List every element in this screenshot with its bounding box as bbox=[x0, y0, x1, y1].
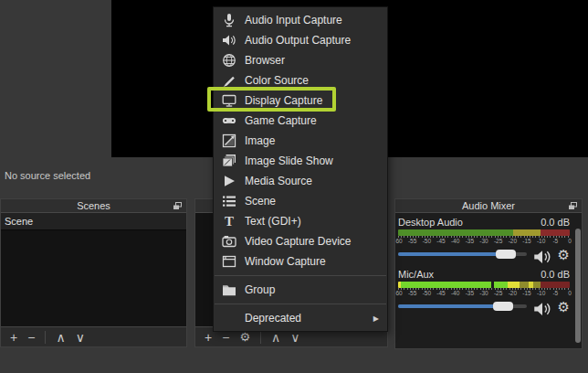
menu-item-image[interactable]: Image bbox=[214, 131, 387, 151]
globe-icon bbox=[222, 53, 236, 68]
menu-item-video-capture-device[interactable]: Video Capture Device bbox=[214, 231, 387, 251]
mixer-channel: Mic/Aux0.0 dB-60-55-50-45-40-35-30-25-20… bbox=[398, 269, 570, 314]
menu-item-audio-output-capture[interactable]: Audio Output Capture bbox=[214, 30, 387, 50]
meter-tick: -25 bbox=[494, 290, 502, 296]
menu-item-window-capture[interactable]: Window Capture bbox=[214, 251, 387, 272]
no-icon bbox=[222, 311, 236, 325]
meter-tick: -10 bbox=[537, 290, 545, 296]
mixer-channel-header: Desktop Audio0.0 dB bbox=[398, 217, 570, 228]
slider-fill bbox=[398, 252, 506, 256]
meter-tick: -5 bbox=[552, 238, 558, 244]
mic-icon bbox=[222, 13, 236, 27]
submenu-arrow-icon: ▶ bbox=[373, 314, 379, 323]
meter-tick: -15 bbox=[522, 238, 530, 244]
meter-tick: -55 bbox=[408, 238, 416, 244]
mixer-channels: Desktop Audio0.0 dB-60-55-50-45-40-35-30… bbox=[395, 213, 582, 314]
sources-move-down-button[interactable]: ∨ bbox=[290, 331, 299, 344]
menu-item-label: Image bbox=[245, 134, 275, 147]
gamepad-icon bbox=[222, 113, 236, 128]
menu-item-label: Video Capture Device bbox=[245, 235, 352, 248]
meter-tick: -60 bbox=[395, 238, 403, 244]
meter-tick: -35 bbox=[466, 290, 474, 296]
mute-toggle-speaker-icon[interactable] bbox=[533, 248, 551, 261]
meter-tick: -45 bbox=[436, 290, 445, 296]
scenes-toolbar: +−∧∨ bbox=[1, 326, 186, 346]
volume-slider[interactable] bbox=[398, 250, 527, 259]
scenes-add-button[interactable]: + bbox=[10, 331, 17, 344]
sources-remove-button[interactable]: − bbox=[222, 331, 229, 344]
play-icon bbox=[222, 174, 236, 188]
scenes-panel: Scenes Scene +−∧∨ bbox=[0, 198, 187, 347]
scene-list-icon bbox=[222, 194, 236, 208]
menu-item-audio-input-capture[interactable]: Audio Input Capture bbox=[214, 10, 387, 30]
scene-list-item[interactable]: Scene bbox=[1, 213, 186, 230]
meter-tick: -25 bbox=[494, 238, 502, 244]
source-toolbar-status: No source selected bbox=[5, 170, 90, 181]
menu-item-display-capture[interactable]: Display Capture bbox=[214, 91, 387, 111]
menu-item-media-source[interactable]: Media Source bbox=[214, 171, 387, 191]
menu-item-label: Window Capture bbox=[245, 255, 326, 268]
volume-slider[interactable] bbox=[398, 302, 527, 311]
slideshow-icon bbox=[222, 154, 236, 168]
channel-settings-gear-icon[interactable]: ⚙ bbox=[558, 248, 570, 261]
meter-tick: -5 bbox=[552, 290, 558, 296]
folder-icon bbox=[222, 282, 236, 297]
menu-item-game-capture[interactable]: Game Capture bbox=[214, 111, 387, 131]
meter-tick: -55 bbox=[408, 290, 416, 296]
scenes-move-up-button[interactable]: ∧ bbox=[56, 331, 65, 344]
audio-mixer-title: Audio Mixer bbox=[462, 200, 515, 211]
meter-tick: -15 bbox=[522, 290, 530, 296]
panel-popup-icon[interactable] bbox=[568, 201, 578, 211]
add-source-menu: Audio Input CaptureAudio Output CaptureB… bbox=[213, 6, 388, 332]
panel-popup-icon[interactable] bbox=[173, 201, 183, 211]
sources-properties-button[interactable]: ⚙ bbox=[239, 331, 250, 343]
mute-toggle-speaker-icon[interactable] bbox=[533, 300, 551, 314]
meter-tick: 0 bbox=[568, 290, 572, 296]
text-icon: T bbox=[222, 214, 236, 229]
volume-slider-row: ⚙ bbox=[398, 247, 570, 261]
channel-level-db: 0.0 dB bbox=[541, 217, 570, 228]
mixer-channel-header: Mic/Aux0.0 dB bbox=[398, 269, 570, 280]
audio-mixer-panel: Audio Mixer Desktop Audio0.0 dB-60-55-50… bbox=[394, 198, 583, 349]
sources-toolbar-divider bbox=[260, 331, 261, 344]
slider-fill bbox=[398, 304, 503, 308]
menu-item-label: Game Capture bbox=[245, 114, 317, 127]
menu-item-text-gdi[interactable]: TText (GDI+) bbox=[214, 211, 387, 231]
menu-item-color-source[interactable]: Color Source bbox=[214, 70, 387, 91]
meter-tick: -20 bbox=[509, 238, 517, 244]
menu-item-browser[interactable]: Browser bbox=[214, 50, 387, 70]
meter-tick-labels: -60-55-50-45-40-35-30-25-20-15-10-50 bbox=[398, 236, 570, 245]
volume-meter bbox=[398, 229, 570, 236]
channel-name: Mic/Aux bbox=[398, 269, 434, 280]
speaker-icon bbox=[222, 33, 236, 48]
menu-item-label: Browser bbox=[245, 54, 285, 67]
channel-settings-gear-icon[interactable]: ⚙ bbox=[558, 300, 570, 314]
meter-tick: -60 bbox=[395, 290, 403, 296]
slider-handle[interactable] bbox=[496, 250, 516, 259]
channel-name: Desktop Audio bbox=[398, 217, 463, 228]
channel-level-db: 0.0 dB bbox=[541, 269, 570, 280]
menu-item-label: Display Capture bbox=[245, 94, 322, 107]
meter-tick: -50 bbox=[423, 238, 431, 244]
meter-tick: -45 bbox=[436, 238, 445, 244]
menu-item-scene[interactable]: Scene bbox=[214, 191, 387, 211]
menu-item-label: Group bbox=[245, 283, 275, 296]
meter-tick: -30 bbox=[479, 290, 488, 296]
sources-move-up-button[interactable]: ∧ bbox=[271, 331, 280, 344]
scenes-remove-button[interactable]: − bbox=[27, 331, 35, 344]
scenes-move-down-button[interactable]: ∨ bbox=[76, 331, 85, 344]
menu-item-group[interactable]: Group bbox=[214, 280, 387, 300]
camera-icon bbox=[222, 234, 236, 249]
slider-handle[interactable] bbox=[493, 302, 513, 311]
volume-meter bbox=[398, 282, 570, 288]
scene-list: Scene bbox=[1, 213, 186, 326]
window-icon bbox=[222, 254, 236, 269]
menu-item-deprecated[interactable]: Deprecated▶ bbox=[214, 308, 387, 328]
menu-item-label: Audio Input Capture bbox=[245, 14, 342, 27]
menu-item-image-slide-show[interactable]: Image Slide Show bbox=[214, 151, 387, 171]
mixer-scrollbar[interactable] bbox=[575, 229, 581, 346]
mixer-channel: Desktop Audio0.0 dB-60-55-50-45-40-35-30… bbox=[398, 217, 570, 261]
sources-add-button[interactable]: + bbox=[205, 331, 212, 344]
meter-tick: 0 bbox=[568, 238, 572, 244]
scenes-toolbar-divider bbox=[45, 331, 46, 344]
